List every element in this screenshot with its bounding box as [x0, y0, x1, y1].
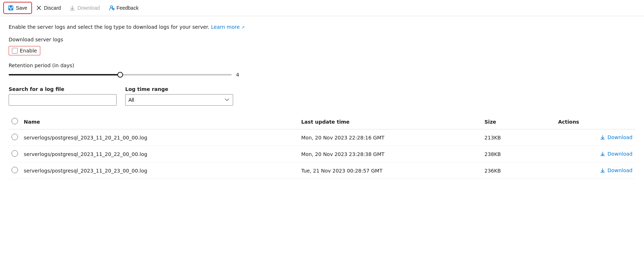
row-name-1: serverlogs/postgresql_2023_11_20_22_00_0… — [21, 146, 298, 162]
discard-button[interactable]: Discard — [32, 3, 64, 13]
row-size-2: 236KB — [482, 162, 555, 179]
feedback-icon — [109, 5, 114, 11]
download-icon-0 — [600, 135, 605, 140]
col-header-name: Name — [21, 114, 298, 129]
toolbar: Save Discard Download — [0, 0, 644, 16]
retention-value: 4 — [236, 72, 243, 78]
info-text: Enable the server logs and select the lo… — [9, 23, 635, 31]
table-row: serverlogs/postgresql_2023_11_20_22_00_0… — [9, 146, 635, 162]
svg-point-11 — [113, 9, 113, 10]
enable-toggle-label[interactable]: Enable — [9, 46, 40, 55]
main-content: Enable the server logs and select the lo… — [0, 16, 644, 186]
row-actions-1: Download — [555, 146, 635, 162]
filter-row: Search for a log file Log time range All… — [9, 86, 635, 106]
enable-toggle-container: Enable — [9, 46, 635, 55]
row-radio-cell — [9, 162, 21, 179]
row-radio-cell — [9, 129, 21, 146]
enable-text: Enable — [20, 48, 37, 54]
row-time-1: Mon, 20 Nov 2023 23:28:38 GMT — [298, 146, 481, 162]
time-range-label: Log time range — [125, 86, 233, 92]
search-input[interactable] — [9, 94, 117, 106]
col-header-actions: Actions — [555, 114, 635, 129]
download-icon-1 — [600, 151, 605, 156]
download-toolbar-button[interactable]: Download — [66, 3, 103, 13]
section-label: Download server logs — [9, 37, 635, 42]
row-name-0: serverlogs/postgresql_2023_11_20_21_00_0… — [21, 129, 298, 146]
retention-label: Retention period (in days) — [9, 63, 635, 68]
enable-checkbox[interactable] — [12, 48, 18, 54]
row-radio-cell — [9, 146, 21, 162]
time-range-select[interactable]: All Last 6 hours Last 12 hours Last 24 h… — [125, 94, 233, 106]
save-label: Save — [16, 5, 27, 11]
learn-more-link[interactable]: Learn more ↗ — [211, 24, 245, 30]
log-table: Name Last update time Size Actions serve… — [9, 114, 635, 179]
search-group: Search for a log file — [9, 86, 117, 106]
row-radio-0[interactable] — [12, 134, 18, 140]
header-radio[interactable] — [12, 118, 18, 124]
download-link-0[interactable]: Download — [600, 134, 632, 140]
slider-row: 4 — [9, 72, 635, 78]
time-range-group: Log time range All Last 6 hours Last 12 … — [125, 86, 233, 106]
row-actions-2: Download — [555, 162, 635, 179]
retention-slider[interactable] — [9, 74, 232, 75]
search-label: Search for a log file — [9, 86, 117, 92]
row-name-2: serverlogs/postgresql_2023_11_20_23_00_0… — [21, 162, 298, 179]
download-toolbar-label: Download — [77, 5, 100, 11]
table-row: serverlogs/postgresql_2023_11_20_21_00_0… — [9, 129, 635, 146]
row-size-0: 213KB — [482, 129, 555, 146]
col-header-time: Last update time — [298, 114, 481, 129]
table-header-row: Name Last update time Size Actions — [9, 114, 635, 129]
feedback-button[interactable]: Feedback — [105, 3, 142, 13]
row-radio-1[interactable] — [12, 150, 18, 157]
row-time-2: Tue, 21 Nov 2023 00:28:57 GMT — [298, 162, 481, 179]
svg-rect-3 — [10, 9, 12, 10]
discard-label: Discard — [44, 5, 61, 11]
row-size-1: 238KB — [482, 146, 555, 162]
row-radio-2[interactable] — [12, 167, 18, 173]
table-row: serverlogs/postgresql_2023_11_20_23_00_0… — [9, 162, 635, 179]
svg-rect-1 — [10, 6, 12, 8]
col-header-size: Size — [482, 114, 555, 129]
download-link-2[interactable]: Download — [600, 167, 632, 173]
download-toolbar-icon — [69, 5, 75, 11]
col-header-radio — [9, 114, 21, 129]
row-time-0: Mon, 20 Nov 2023 22:28:16 GMT — [298, 129, 481, 146]
retention-section: Retention period (in days) 4 — [9, 63, 635, 78]
svg-point-8 — [110, 6, 113, 8]
download-link-1[interactable]: Download — [600, 151, 632, 157]
download-icon-2 — [600, 168, 605, 173]
save-icon — [8, 5, 14, 11]
external-link-icon: ↗ — [241, 25, 245, 30]
feedback-label: Feedback — [117, 5, 139, 11]
row-actions-0: Download — [555, 129, 635, 146]
discard-icon — [36, 5, 42, 11]
save-button[interactable]: Save — [4, 3, 31, 13]
